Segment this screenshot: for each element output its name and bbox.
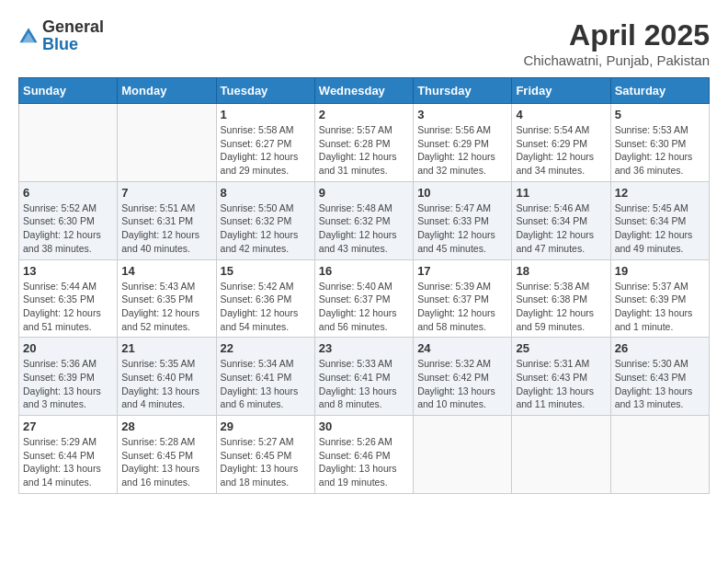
cell-date: 10 bbox=[417, 186, 507, 200]
header: General Blue April 2025 Chichawatni, Pun… bbox=[18, 18, 710, 68]
logo-general: General bbox=[42, 17, 104, 36]
week-row-3: 13Sunrise: 5:44 AMSunset: 6:35 PMDayligh… bbox=[19, 259, 710, 338]
calendar-cell: 16Sunrise: 5:40 AMSunset: 6:37 PMDayligh… bbox=[314, 259, 413, 338]
cell-date: 26 bbox=[615, 341, 705, 355]
main-title: April 2025 bbox=[523, 18, 710, 52]
cell-date: 6 bbox=[23, 186, 113, 200]
cell-date: 27 bbox=[23, 419, 113, 433]
logo-icon bbox=[18, 26, 39, 46]
cell-info: Sunrise: 5:28 AMSunset: 6:45 PMDaylight:… bbox=[121, 435, 211, 489]
cell-info: Sunrise: 5:58 AMSunset: 6:27 PMDaylight:… bbox=[221, 123, 311, 178]
logo-blue: Blue bbox=[42, 35, 78, 53]
calendar-cell: 11Sunrise: 5:46 AMSunset: 6:34 PMDayligh… bbox=[512, 181, 610, 259]
day-header-monday: Monday bbox=[118, 78, 216, 104]
cell-info: Sunrise: 5:34 AMSunset: 6:41 PMDaylight:… bbox=[221, 357, 311, 411]
day-header-friday: Friday bbox=[512, 78, 610, 104]
calendar-cell bbox=[610, 416, 709, 494]
calendar-cell: 6Sunrise: 5:52 AMSunset: 6:30 PMDaylight… bbox=[19, 181, 118, 259]
day-header-thursday: Thursday bbox=[414, 78, 512, 104]
cell-info: Sunrise: 5:51 AMSunset: 6:31 PMDaylight:… bbox=[121, 201, 211, 256]
calendar-cell: 20Sunrise: 5:36 AMSunset: 6:39 PMDayligh… bbox=[19, 338, 118, 416]
title-area: April 2025 Chichawatni, Punjab, Pakistan bbox=[523, 18, 710, 68]
cell-date: 25 bbox=[516, 341, 606, 355]
header-row: SundayMondayTuesdayWednesdayThursdayFrid… bbox=[19, 78, 710, 104]
cell-info: Sunrise: 5:52 AMSunset: 6:30 PMDaylight:… bbox=[23, 201, 113, 256]
cell-info: Sunrise: 5:38 AMSunset: 6:38 PMDaylight:… bbox=[516, 280, 606, 334]
calendar-cell: 24Sunrise: 5:32 AMSunset: 6:42 PMDayligh… bbox=[414, 338, 512, 416]
calendar-cell bbox=[118, 104, 216, 182]
week-row-5: 27Sunrise: 5:29 AMSunset: 6:44 PMDayligh… bbox=[19, 416, 710, 494]
calendar-cell: 7Sunrise: 5:51 AMSunset: 6:31 PMDaylight… bbox=[118, 181, 216, 259]
calendar-cell: 17Sunrise: 5:39 AMSunset: 6:37 PMDayligh… bbox=[414, 259, 512, 338]
cell-date: 11 bbox=[516, 186, 606, 200]
cell-info: Sunrise: 5:50 AMSunset: 6:32 PMDaylight:… bbox=[221, 201, 311, 256]
cell-date: 19 bbox=[615, 264, 705, 278]
day-header-saturday: Saturday bbox=[610, 78, 709, 104]
cell-info: Sunrise: 5:48 AMSunset: 6:32 PMDaylight:… bbox=[319, 201, 409, 256]
calendar-cell: 3Sunrise: 5:56 AMSunset: 6:29 PMDaylight… bbox=[414, 104, 512, 182]
cell-info: Sunrise: 5:46 AMSunset: 6:34 PMDaylight:… bbox=[516, 201, 606, 256]
calendar-body: 1Sunrise: 5:58 AMSunset: 6:27 PMDaylight… bbox=[19, 104, 710, 494]
cell-date: 24 bbox=[417, 341, 507, 355]
cell-date: 16 bbox=[319, 264, 409, 278]
calendar-cell: 4Sunrise: 5:54 AMSunset: 6:29 PMDaylight… bbox=[512, 104, 610, 182]
calendar-cell: 27Sunrise: 5:29 AMSunset: 6:44 PMDayligh… bbox=[19, 416, 118, 494]
cell-info: Sunrise: 5:31 AMSunset: 6:43 PMDaylight:… bbox=[516, 357, 606, 411]
calendar-header: SundayMondayTuesdayWednesdayThursdayFrid… bbox=[19, 78, 710, 104]
cell-info: Sunrise: 5:37 AMSunset: 6:39 PMDaylight:… bbox=[615, 280, 705, 334]
cell-date: 1 bbox=[221, 108, 311, 121]
cell-info: Sunrise: 5:27 AMSunset: 6:45 PMDaylight:… bbox=[221, 435, 311, 489]
calendar-cell: 26Sunrise: 5:30 AMSunset: 6:43 PMDayligh… bbox=[610, 338, 709, 416]
cell-info: Sunrise: 5:42 AMSunset: 6:36 PMDaylight:… bbox=[221, 280, 311, 334]
cell-date: 12 bbox=[615, 186, 705, 200]
calendar-cell bbox=[512, 416, 610, 494]
calendar-table: SundayMondayTuesdayWednesdayThursdayFrid… bbox=[18, 77, 710, 494]
cell-date: 18 bbox=[516, 264, 606, 278]
calendar-cell: 15Sunrise: 5:42 AMSunset: 6:36 PMDayligh… bbox=[216, 259, 314, 338]
calendar-cell: 25Sunrise: 5:31 AMSunset: 6:43 PMDayligh… bbox=[512, 338, 610, 416]
cell-date: 21 bbox=[121, 341, 211, 355]
subtitle: Chichawatni, Punjab, Pakistan bbox=[523, 52, 710, 68]
cell-date: 20 bbox=[23, 341, 113, 355]
calendar-cell: 21Sunrise: 5:35 AMSunset: 6:40 PMDayligh… bbox=[118, 338, 216, 416]
cell-info: Sunrise: 5:40 AMSunset: 6:37 PMDaylight:… bbox=[319, 280, 409, 334]
calendar-cell: 29Sunrise: 5:27 AMSunset: 6:45 PMDayligh… bbox=[216, 416, 314, 494]
cell-date: 15 bbox=[221, 264, 311, 278]
cell-date: 23 bbox=[319, 341, 409, 355]
calendar-cell: 9Sunrise: 5:48 AMSunset: 6:32 PMDaylight… bbox=[314, 181, 413, 259]
cell-date: 28 bbox=[121, 419, 211, 433]
calendar-cell bbox=[19, 104, 118, 182]
cell-info: Sunrise: 5:47 AMSunset: 6:33 PMDaylight:… bbox=[417, 201, 507, 256]
cell-date: 13 bbox=[23, 264, 113, 278]
cell-info: Sunrise: 5:35 AMSunset: 6:40 PMDaylight:… bbox=[121, 357, 211, 411]
cell-date: 9 bbox=[319, 186, 409, 200]
week-row-4: 20Sunrise: 5:36 AMSunset: 6:39 PMDayligh… bbox=[19, 338, 710, 416]
cell-info: Sunrise: 5:30 AMSunset: 6:43 PMDaylight:… bbox=[615, 357, 705, 411]
cell-info: Sunrise: 5:54 AMSunset: 6:29 PMDaylight:… bbox=[516, 123, 606, 178]
cell-info: Sunrise: 5:56 AMSunset: 6:29 PMDaylight:… bbox=[417, 123, 507, 178]
calendar-cell: 2Sunrise: 5:57 AMSunset: 6:28 PMDaylight… bbox=[314, 104, 413, 182]
cell-date: 8 bbox=[221, 186, 311, 200]
calendar-cell: 19Sunrise: 5:37 AMSunset: 6:39 PMDayligh… bbox=[610, 259, 709, 338]
cell-info: Sunrise: 5:33 AMSunset: 6:41 PMDaylight:… bbox=[319, 357, 409, 411]
calendar-cell: 1Sunrise: 5:58 AMSunset: 6:27 PMDaylight… bbox=[216, 104, 314, 182]
cell-date: 2 bbox=[319, 108, 409, 121]
calendar-cell: 13Sunrise: 5:44 AMSunset: 6:35 PMDayligh… bbox=[19, 259, 118, 338]
calendar-cell: 30Sunrise: 5:26 AMSunset: 6:46 PMDayligh… bbox=[314, 416, 413, 494]
cell-date: 4 bbox=[516, 108, 606, 121]
cell-info: Sunrise: 5:43 AMSunset: 6:35 PMDaylight:… bbox=[121, 280, 211, 334]
calendar-cell: 23Sunrise: 5:33 AMSunset: 6:41 PMDayligh… bbox=[314, 338, 413, 416]
day-header-tuesday: Tuesday bbox=[216, 78, 314, 104]
week-row-2: 6Sunrise: 5:52 AMSunset: 6:30 PMDaylight… bbox=[19, 181, 710, 259]
calendar-cell: 18Sunrise: 5:38 AMSunset: 6:38 PMDayligh… bbox=[512, 259, 610, 338]
day-header-wednesday: Wednesday bbox=[314, 78, 413, 104]
calendar-cell: 5Sunrise: 5:53 AMSunset: 6:30 PMDaylight… bbox=[610, 104, 709, 182]
calendar-cell: 12Sunrise: 5:45 AMSunset: 6:34 PMDayligh… bbox=[610, 181, 709, 259]
cell-info: Sunrise: 5:29 AMSunset: 6:44 PMDaylight:… bbox=[23, 435, 113, 489]
cell-info: Sunrise: 5:32 AMSunset: 6:42 PMDaylight:… bbox=[417, 357, 507, 411]
calendar-cell: 22Sunrise: 5:34 AMSunset: 6:41 PMDayligh… bbox=[216, 338, 314, 416]
cell-date: 17 bbox=[417, 264, 507, 278]
cell-info: Sunrise: 5:39 AMSunset: 6:37 PMDaylight:… bbox=[417, 280, 507, 334]
week-row-1: 1Sunrise: 5:58 AMSunset: 6:27 PMDaylight… bbox=[19, 104, 710, 182]
cell-date: 3 bbox=[417, 108, 507, 121]
